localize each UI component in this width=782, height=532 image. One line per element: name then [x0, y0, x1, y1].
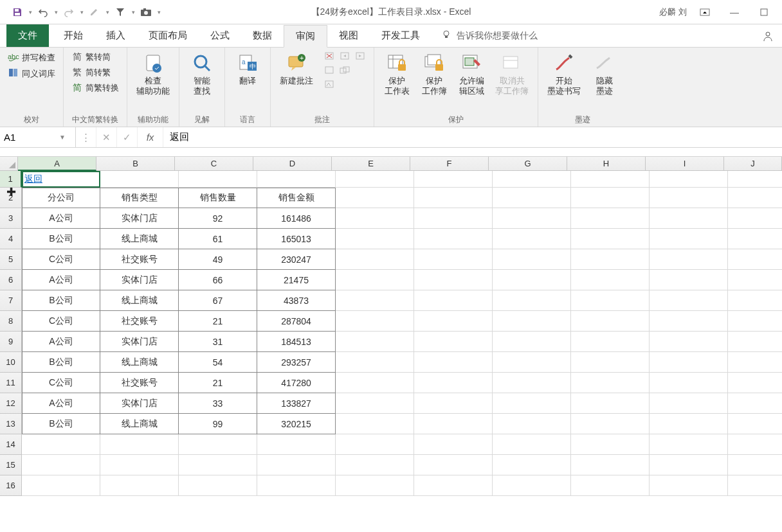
cell-C7[interactable]: 67: [179, 290, 257, 311]
name-box-input[interactable]: [4, 132, 55, 143]
cell-B12[interactable]: 实体门店: [100, 393, 179, 414]
row-head-12[interactable]: 12: [0, 393, 22, 414]
cell-F5[interactable]: [414, 249, 493, 270]
ribbon-opts-icon[interactable]: [693, 3, 716, 21]
cell-E5[interactable]: [336, 249, 414, 270]
cell-C9[interactable]: 31: [179, 332, 257, 352]
cell-H11[interactable]: [571, 373, 650, 393]
cell-A6[interactable]: A公司: [22, 270, 100, 290]
cell-F8[interactable]: [414, 311, 493, 332]
cell-B3[interactable]: 实体门店: [100, 208, 179, 229]
cell-A2[interactable]: 分公司: [22, 188, 100, 208]
cell-B13[interactable]: 线上商城: [100, 414, 179, 434]
cell-B1[interactable]: [100, 171, 179, 188]
cell-E7[interactable]: [336, 290, 414, 311]
cell-A9[interactable]: A公司: [22, 332, 100, 352]
cell-D15[interactable]: [257, 455, 336, 475]
cell-A12[interactable]: A公司: [22, 393, 100, 414]
cell-H14[interactable]: [571, 434, 650, 455]
cell-E11[interactable]: [336, 373, 414, 393]
col-head-B[interactable]: B: [96, 157, 175, 171]
drop-icon[interactable]: ▾: [78, 4, 86, 20]
col-head-A[interactable]: A: [18, 157, 96, 171]
cell-F9[interactable]: [414, 332, 493, 352]
cell-D7[interactable]: 43873: [257, 290, 336, 311]
col-head-J[interactable]: J: [724, 157, 782, 171]
cell-C13[interactable]: 99: [179, 414, 257, 434]
cell-G11[interactable]: [493, 373, 571, 393]
translate-button[interactable]: a中 翻译: [230, 50, 265, 86]
cell-E4[interactable]: [336, 229, 414, 249]
cell-F10[interactable]: [414, 352, 493, 373]
cell-E15[interactable]: [336, 455, 414, 475]
cell-B5[interactable]: 社交账号: [100, 249, 179, 270]
cell-C8[interactable]: 21: [179, 311, 257, 332]
cancel-icon[interactable]: ✕: [96, 127, 117, 147]
chinese-conversion[interactable]: 简简繁转换: [69, 81, 122, 95]
cell-B11[interactable]: 社交账号: [100, 373, 179, 393]
cell-G7[interactable]: [493, 290, 571, 311]
row-head-11[interactable]: 11: [0, 373, 22, 393]
cell-J5[interactable]: [728, 249, 782, 270]
cell-G9[interactable]: [493, 332, 571, 352]
cell-G16[interactable]: [493, 475, 571, 496]
cell-J7[interactable]: [728, 290, 782, 311]
cell-C16[interactable]: [179, 475, 257, 496]
tab-review[interactable]: 审阅: [284, 25, 327, 48]
cell-E13[interactable]: [336, 414, 414, 434]
cell-D16[interactable]: [257, 475, 336, 496]
cell-I4[interactable]: [650, 229, 728, 249]
cell-F15[interactable]: [414, 455, 493, 475]
cell-I14[interactable]: [650, 434, 728, 455]
cell-I3[interactable]: [650, 208, 728, 229]
prev-comment[interactable]: [338, 50, 353, 63]
cell-E14[interactable]: [336, 434, 414, 455]
row-head-5[interactable]: 5: [0, 249, 22, 270]
show-ink[interactable]: [322, 78, 338, 91]
allow-edit-ranges-button[interactable]: 允许编辑区域: [454, 50, 489, 96]
cell-A16[interactable]: [22, 475, 100, 496]
cell-G8[interactable]: [493, 311, 571, 332]
cell-C15[interactable]: [179, 455, 257, 475]
cell-I16[interactable]: [650, 475, 728, 496]
cell-E16[interactable]: [336, 475, 414, 496]
thesaurus-button[interactable]: 同义词库: [5, 66, 58, 81]
cell-A13[interactable]: B公司: [22, 414, 100, 434]
cell-C11[interactable]: 21: [179, 373, 257, 393]
cell-G12[interactable]: [493, 393, 571, 414]
cell-H7[interactable]: [571, 290, 650, 311]
cell-J15[interactable]: [728, 455, 782, 475]
cell-A5[interactable]: C公司: [22, 249, 100, 270]
cell-G15[interactable]: [493, 455, 571, 475]
cell-C4[interactable]: 61: [179, 229, 257, 249]
camera-icon[interactable]: [138, 4, 154, 20]
tab-file[interactable]: 文件: [6, 24, 49, 47]
cell-H16[interactable]: [571, 475, 650, 496]
cell-D14[interactable]: [257, 434, 336, 455]
row-head-15[interactable]: 15: [0, 455, 22, 475]
delete-comment[interactable]: [322, 50, 338, 63]
cell-D12[interactable]: 133827: [257, 393, 336, 414]
cell-C2[interactable]: 销售数量: [179, 188, 257, 208]
cell-H10[interactable]: [571, 352, 650, 373]
row-head-4[interactable]: 4: [0, 229, 22, 249]
dropdown-icon[interactable]: ▼: [59, 134, 66, 141]
filter-icon[interactable]: [113, 4, 128, 20]
tab-pagelayout[interactable]: 页面布局: [137, 24, 199, 47]
share-button[interactable]: [754, 24, 782, 47]
cell-G6[interactable]: [493, 270, 571, 290]
row-head-6[interactable]: 6: [0, 270, 22, 290]
simplified-to-traditional[interactable]: 繁简转繁: [69, 66, 122, 80]
cell-H3[interactable]: [571, 208, 650, 229]
cell-E9[interactable]: [336, 332, 414, 352]
col-head-I[interactable]: I: [646, 157, 724, 171]
drop-icon[interactable]: ▾: [155, 4, 163, 20]
cell-J10[interactable]: [728, 352, 782, 373]
cell-I7[interactable]: [650, 290, 728, 311]
check-accessibility-button[interactable]: 检查辅助功能: [132, 50, 174, 96]
cell-H5[interactable]: [571, 249, 650, 270]
cell-D4[interactable]: 165013: [257, 229, 336, 249]
cell-G4[interactable]: [493, 229, 571, 249]
cell-I13[interactable]: [650, 414, 728, 434]
cell-F14[interactable]: [414, 434, 493, 455]
